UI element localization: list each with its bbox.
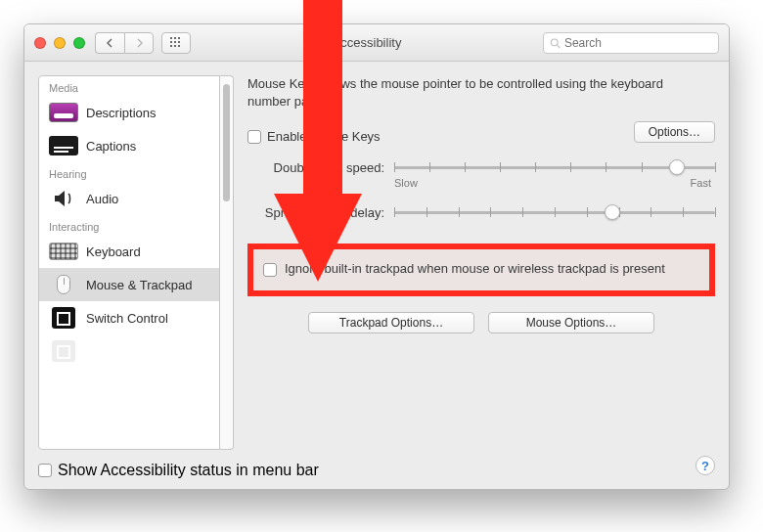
svg-rect-2 xyxy=(178,37,180,39)
show-status-checkbox[interactable] xyxy=(38,464,52,477)
switch-control-icon xyxy=(49,307,78,329)
ignore-trackpad-label: Ignore built-in trackpad when mouse or w… xyxy=(285,261,665,276)
keyboard-icon xyxy=(49,241,78,262)
double-click-slider[interactable] xyxy=(394,157,715,177)
audio-icon xyxy=(49,188,78,209)
svg-rect-3 xyxy=(170,41,172,43)
spring-loading-label: Spring-loading delay: xyxy=(247,205,384,220)
zoom-window-button[interactable] xyxy=(73,37,85,49)
sidebar-item-label: Keyboard xyxy=(86,244,141,259)
sidebar-item-audio[interactable]: Audio xyxy=(39,182,219,215)
mouse-keys-description: Mouse Keys allows the mouse pointer to b… xyxy=(247,75,715,110)
svg-rect-7 xyxy=(174,45,176,47)
footer: Show Accessibility status in menu bar ? xyxy=(38,452,715,479)
grid-icon xyxy=(170,37,182,49)
accessibility-window: Accessibility Media Descriptions Ca xyxy=(23,23,730,490)
mouse-options-button[interactable]: Mouse Options… xyxy=(488,312,654,333)
category-list-body[interactable]: Media Descriptions Captions Hearing xyxy=(38,75,220,450)
sidebar-scrollbar[interactable] xyxy=(220,75,234,450)
svg-rect-6 xyxy=(170,45,172,47)
help-button[interactable]: ? xyxy=(696,456,715,475)
search-field[interactable] xyxy=(543,32,719,54)
svg-rect-5 xyxy=(178,41,180,43)
sidebar-item-switch-control[interactable]: Switch Control xyxy=(39,301,219,334)
mouse-keys-options-button[interactable]: Options… xyxy=(634,121,715,143)
ignore-trackpad-checkbox[interactable] xyxy=(263,263,277,277)
sidebar-item-label: Switch Control xyxy=(86,311,168,326)
slow-label: Slow xyxy=(394,177,418,189)
svg-point-9 xyxy=(551,38,558,45)
sidebar-item-keyboard[interactable]: Keyboard xyxy=(39,235,219,268)
section-media: Media xyxy=(39,76,219,96)
section-hearing: Hearing xyxy=(39,162,219,182)
sidebar-item-label: Captions xyxy=(86,139,136,154)
settings-pane: Mouse Keys allows the mouse pointer to b… xyxy=(247,75,715,450)
forward-button[interactable] xyxy=(124,32,154,54)
sidebar-item-descriptions[interactable]: Descriptions xyxy=(39,96,219,129)
search-input[interactable] xyxy=(564,36,712,50)
sidebar-item-cut[interactable] xyxy=(39,334,219,368)
double-click-label: Double-click speed: xyxy=(247,160,384,175)
window-controls xyxy=(34,37,85,49)
minimize-window-button[interactable] xyxy=(54,37,66,49)
chevron-right-icon xyxy=(134,38,144,48)
enable-mouse-keys-label: Enable Mouse Keys xyxy=(267,129,381,144)
window-title: Accessibility xyxy=(191,35,543,50)
sidebar-item-label: Mouse & Trackpad xyxy=(86,278,192,292)
svg-rect-4 xyxy=(174,41,176,43)
enable-mouse-keys-checkbox[interactable] xyxy=(247,130,261,144)
titlebar: Accessibility xyxy=(24,24,729,62)
sidebar-item-label: Descriptions xyxy=(86,106,157,120)
search-icon xyxy=(550,37,561,49)
trackpad-options-button[interactable]: Trackpad Options… xyxy=(308,312,474,333)
section-interacting: Interacting xyxy=(39,215,219,235)
annotation-highlight: Ignore built-in trackpad when mouse or w… xyxy=(247,244,715,296)
show-all-button[interactable] xyxy=(161,32,191,54)
chevron-left-icon xyxy=(106,38,115,48)
fast-label: Fast xyxy=(691,177,711,189)
generic-icon xyxy=(49,340,78,362)
sidebar-item-captions[interactable]: Captions xyxy=(39,129,219,162)
svg-line-10 xyxy=(558,45,561,48)
mouse-icon xyxy=(49,274,78,295)
svg-rect-1 xyxy=(174,37,176,39)
captions-icon xyxy=(49,135,78,156)
show-status-label: Show Accessibility status in menu bar xyxy=(58,462,319,479)
svg-rect-8 xyxy=(178,45,180,47)
category-list: Media Descriptions Captions Hearing xyxy=(38,75,234,450)
svg-rect-0 xyxy=(170,37,172,39)
sidebar-item-mouse-trackpad[interactable]: Mouse & Trackpad xyxy=(39,268,219,301)
spring-loading-slider[interactable] xyxy=(394,202,715,222)
back-button[interactable] xyxy=(95,32,124,54)
sidebar-item-label: Audio xyxy=(86,192,118,206)
close-window-button[interactable] xyxy=(34,37,46,49)
content: Media Descriptions Captions Hearing xyxy=(24,62,729,450)
nav-buttons xyxy=(95,32,154,54)
scrollbar-thumb[interactable] xyxy=(223,84,230,201)
descriptions-icon xyxy=(49,102,78,123)
